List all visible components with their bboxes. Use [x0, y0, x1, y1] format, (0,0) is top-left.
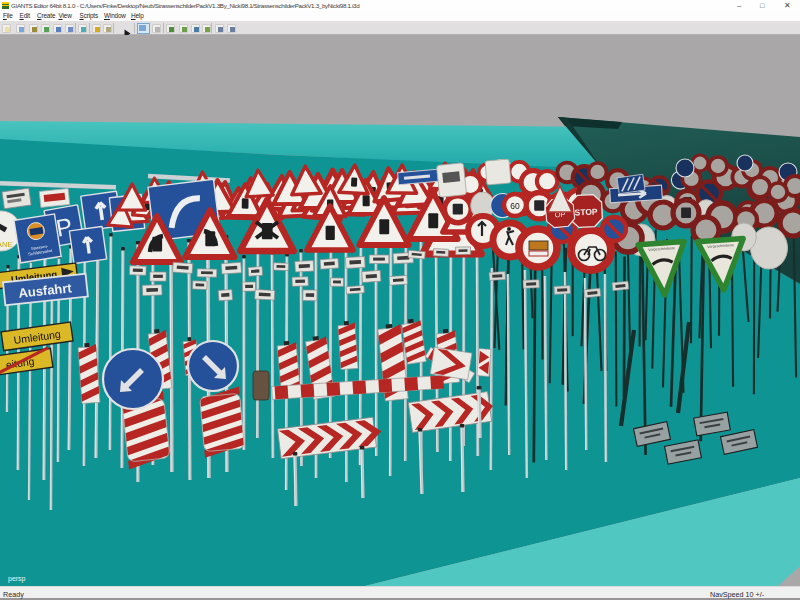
- svg-text:ANE: ANE: [0, 240, 12, 249]
- svg-text:STOP: STOP: [574, 206, 598, 217]
- svg-text:60: 60: [510, 201, 520, 211]
